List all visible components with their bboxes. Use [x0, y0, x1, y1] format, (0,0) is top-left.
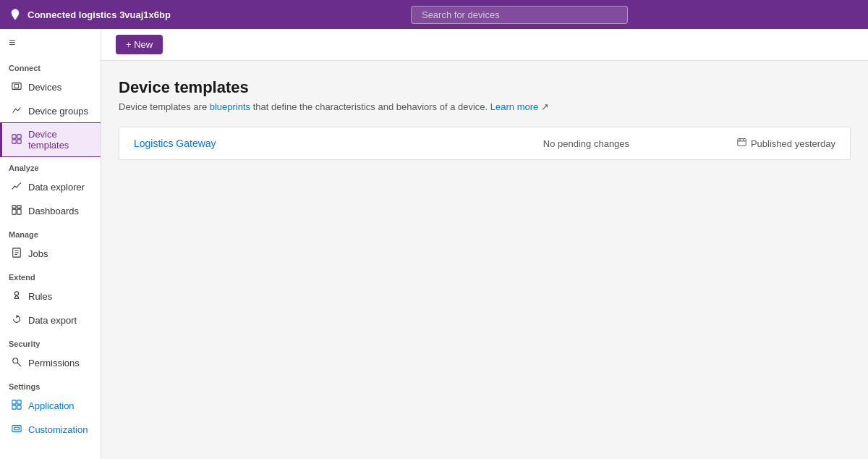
svg-rect-7	[12, 206, 16, 209]
svg-rect-19	[17, 400, 21, 404]
section-manage: Manage	[0, 223, 101, 242]
permissions-icon	[11, 357, 22, 369]
app-title: Connected logistics 3vuaj1x6bp	[27, 9, 171, 20]
sidebar-item-dashboards-label: Dashboards	[28, 206, 79, 216]
content-body: Device templates Device templates are bl…	[101, 61, 868, 459]
sidebar-item-application-label: Application	[28, 400, 75, 411]
sidebar-item-devices-label: Devices	[28, 82, 61, 93]
hamburger-button[interactable]: ≡	[0, 29, 101, 56]
sidebar-item-device-templates[interactable]: Device templates	[0, 123, 101, 156]
sidebar-item-devices[interactable]: Devices	[0, 75, 101, 99]
table-row: Logistics Gateway No pending changes Pub…	[119, 127, 850, 159]
jobs-icon	[11, 248, 22, 260]
published-icon	[737, 138, 746, 149]
svg-point-16	[13, 358, 18, 363]
svg-rect-23	[14, 427, 20, 430]
devices-icon	[11, 81, 22, 93]
published-text: Published yesterday	[751, 138, 835, 149]
svg-rect-20	[12, 405, 16, 409]
location-icon	[9, 8, 22, 21]
svg-rect-8	[17, 206, 21, 209]
rules-icon	[11, 290, 22, 303]
svg-rect-18	[12, 400, 16, 404]
sidebar-item-jobs[interactable]: Jobs	[0, 242, 101, 266]
sidebar-item-jobs-label: Jobs	[28, 248, 48, 259]
svg-point-15	[14, 292, 18, 295]
template-published: Published yesterday	[737, 138, 835, 149]
customization-icon	[11, 424, 22, 436]
data-explorer-icon	[11, 181, 22, 193]
external-link-icon: ↗	[541, 101, 549, 112]
dashboards-icon	[11, 205, 22, 217]
sidebar-item-permissions[interactable]: Permissions	[0, 351, 101, 375]
sidebar-item-customization[interactable]: Customization	[0, 418, 101, 442]
sidebar-item-data-explorer-label: Data explorer	[28, 182, 85, 193]
svg-rect-9	[12, 209, 16, 214]
page-title: Device templates	[119, 78, 851, 97]
sidebar-item-customization-label: Customization	[28, 424, 88, 435]
svg-rect-5	[12, 139, 16, 143]
search-box[interactable]	[411, 6, 628, 24]
section-connect: Connect	[0, 56, 101, 75]
sidebar-item-device-templates-label: Device templates	[28, 129, 92, 151]
sidebar-item-device-groups[interactable]: Device groups	[0, 99, 101, 123]
template-name[interactable]: Logistics Gateway	[134, 138, 435, 149]
application-icon	[11, 400, 22, 412]
svg-rect-22	[12, 426, 21, 432]
app-logo: Connected logistics 3vuaj1x6bp	[9, 8, 171, 21]
search-area	[179, 6, 859, 24]
content-toolbar: + New	[101, 29, 868, 61]
sidebar-item-application[interactable]: Application	[0, 394, 101, 418]
svg-rect-24	[738, 139, 746, 146]
section-extend: Extend	[0, 266, 101, 285]
sidebar-item-permissions-label: Permissions	[28, 358, 80, 369]
section-settings: Settings	[0, 375, 101, 394]
main-layout: ≡ Connect Devices Device groups Device t…	[0, 29, 868, 459]
sidebar-item-data-export-label: Data export	[28, 315, 77, 326]
page-subtitle: Device templates are blueprints that def…	[119, 101, 851, 112]
svg-rect-10	[17, 209, 21, 214]
sidebar-item-data-explorer[interactable]: Data explorer	[0, 175, 101, 199]
content-area: + New Device templates Device templates …	[101, 29, 868, 459]
svg-rect-21	[17, 405, 21, 409]
subtitle-highlight: blueprints	[210, 101, 250, 112]
search-input[interactable]	[422, 9, 617, 20]
svg-rect-3	[12, 134, 16, 138]
learn-more-link[interactable]: Learn more	[490, 101, 538, 112]
subtitle-text-after: that define the characteristics and beha…	[250, 101, 488, 112]
device-templates-icon	[11, 134, 22, 146]
new-button[interactable]: + New	[116, 35, 163, 54]
device-groups-icon	[11, 105, 22, 117]
topbar: Connected logistics 3vuaj1x6bp	[0, 0, 868, 29]
data-export-icon	[11, 314, 22, 327]
section-security: Security	[0, 332, 101, 351]
sidebar-item-device-groups-label: Device groups	[28, 106, 88, 117]
sidebar-item-dashboards[interactable]: Dashboards	[0, 199, 101, 223]
svg-line-17	[17, 363, 21, 366]
template-list: Logistics Gateway No pending changes Pub…	[119, 127, 851, 160]
svg-rect-6	[17, 139, 21, 143]
svg-rect-2	[14, 84, 18, 88]
sidebar-item-rules-label: Rules	[28, 291, 52, 302]
section-analyze: Analyze	[0, 156, 101, 175]
sidebar-item-rules[interactable]: Rules	[0, 285, 101, 308]
sidebar: ≡ Connect Devices Device groups Device t…	[0, 29, 101, 459]
template-status: No pending changes	[435, 138, 737, 149]
sidebar-item-data-export[interactable]: Data export	[0, 308, 101, 332]
subtitle-text-before: Device templates are	[119, 101, 210, 112]
svg-rect-4	[17, 134, 21, 138]
